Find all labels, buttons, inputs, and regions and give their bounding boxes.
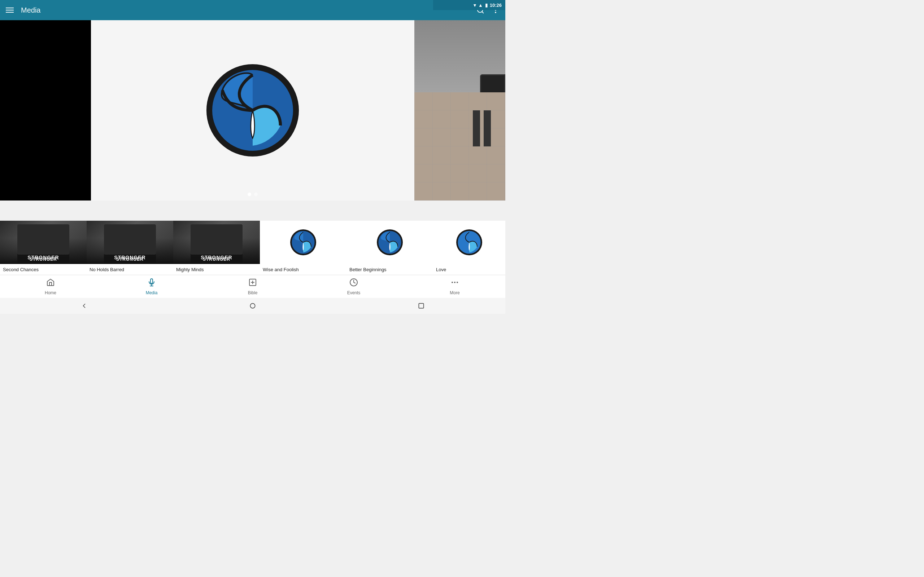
carousel-dots [247, 193, 258, 196]
list-item[interactable]: Wise and Foolish [260, 221, 347, 275]
svg-point-24 [454, 282, 456, 283]
nav-label-more: More [450, 290, 459, 295]
svg-point-26 [250, 303, 255, 308]
nav-item-media[interactable]: Media [101, 275, 202, 298]
nav-label-bible: Bible [248, 290, 258, 295]
thumb-label: Wise and Foolish [260, 264, 347, 275]
svg-rect-27 [419, 303, 423, 308]
carousel-center-panel [91, 20, 414, 200]
events-icon [349, 278, 358, 289]
nav-item-more[interactable]: More [404, 275, 505, 298]
carousel[interactable] [0, 20, 505, 200]
list-item[interactable]: STRONGER Mighty Minds [173, 221, 260, 275]
list-item[interactable]: STRONGER No Holds Barred [87, 221, 173, 275]
thumbnail-strip: STRONGER Second Chances STRONGER No Hold… [0, 221, 505, 275]
bottom-navigation: Home Media Bible [0, 275, 505, 298]
nav-item-events[interactable]: Events [303, 275, 404, 298]
bible-icon [248, 278, 257, 289]
app-bar: Media [0, 0, 505, 20]
list-item[interactable]: Love [433, 221, 505, 275]
thumb-image [433, 221, 505, 264]
main-content: STRONGER Second Chances STRONGER No Hold… [0, 20, 505, 275]
more-nav-icon [451, 278, 459, 289]
church-logo [202, 60, 303, 161]
media-icon [147, 278, 156, 289]
thumb-image: STRONGER [0, 221, 87, 264]
svg-point-4 [495, 12, 496, 13]
thumb-label: Better Beginnings [347, 264, 433, 275]
menu-button[interactable] [6, 8, 14, 13]
wifi-icon: ▾ [473, 3, 476, 8]
thumb-label: Second Chances [0, 264, 87, 275]
app-title: Media [21, 6, 469, 15]
status-bar: ▾ ▲ ▮ 10:26 [433, 0, 505, 10]
thumb-image [260, 221, 347, 264]
thumb-label: Love [433, 264, 505, 275]
recent-button[interactable] [414, 298, 428, 313]
signal-icon: ▲ [478, 3, 483, 8]
svg-point-23 [452, 282, 453, 283]
time-display: 10:26 [490, 3, 502, 8]
thumb-label: Mighty Minds [173, 264, 260, 275]
carousel-left-panel [0, 20, 91, 200]
nav-item-home[interactable]: Home [0, 275, 101, 298]
nav-item-bible[interactable]: Bible [202, 275, 303, 298]
svg-line-1 [482, 11, 483, 13]
svg-point-25 [457, 282, 458, 283]
home-icon [46, 278, 55, 289]
list-item[interactable]: STRONGER Second Chances [0, 221, 87, 275]
list-item[interactable]: Better Beginnings [347, 221, 433, 275]
thumb-image [347, 221, 433, 264]
nav-label-media: Media [146, 290, 158, 295]
home-button[interactable] [246, 298, 260, 313]
thumb-label: No Holds Barred [87, 264, 173, 275]
thumb-image: STRONGER [173, 221, 260, 264]
back-button[interactable] [77, 298, 91, 313]
nav-label-events: Events [347, 290, 360, 295]
carousel-right-panel [414, 20, 505, 200]
carousel-dot-1[interactable] [247, 193, 251, 196]
nav-label-home: Home [45, 290, 56, 295]
system-navigation-bar [0, 298, 505, 314]
battery-icon: ▮ [485, 3, 488, 8]
carousel-dot-2[interactable] [254, 193, 258, 196]
thumb-image: STRONGER [87, 221, 173, 264]
carousel-right-photo [414, 20, 505, 200]
